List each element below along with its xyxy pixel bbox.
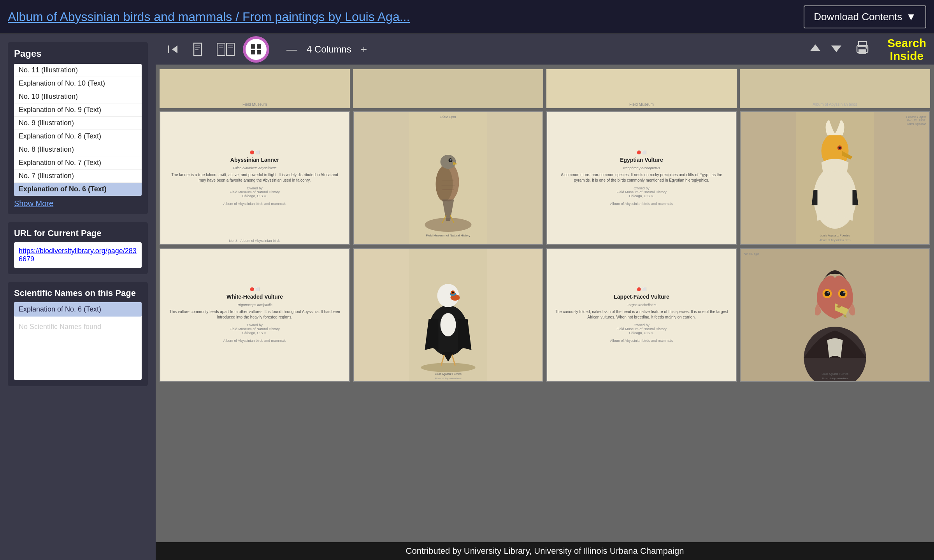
page-list-item[interactable]: Explanation of No. 10 (Text) — [14, 77, 142, 90]
page-thumb-label: Field Museum — [242, 102, 267, 107]
decrease-columns-button[interactable]: — — [282, 42, 302, 57]
download-button[interactable]: Download Contents ▼ — [804, 5, 926, 28]
columns-control: — 4 Columns + — [282, 42, 372, 57]
first-page-button[interactable] — [163, 40, 182, 59]
grid-cell[interactable]: 🔴 ⬜ Lappet-Faced Vulture Torgos tracheli… — [546, 248, 737, 382]
grid-view-button[interactable] — [244, 38, 268, 61]
grid-cell[interactable]: 🔴 ⬜ White-Headed Vulture Trigonoceps occ… — [160, 248, 350, 382]
page-top-label: 🔴 ⬜ — [250, 150, 260, 154]
download-label: Download Contents — [814, 11, 902, 23]
page-thumbnail: 🔴 ⬜ Lappet-Faced Vulture Torgos tracheli… — [547, 249, 736, 381]
svg-rect-13 — [257, 44, 261, 49]
page-list-item[interactable]: Explanation of No. 9 (Text) — [14, 103, 142, 117]
grid-cell[interactable]: Album of Abyssinian birds — [740, 69, 930, 108]
page-list-item[interactable]: No. 11 (Illustration) — [14, 64, 142, 77]
page-list-item[interactable]: Explanation of No. 6 (Text) — [14, 183, 142, 196]
page-thumbnail: 🔴 ⬜ Abyssinian Lanner Falco biarmicus ab… — [160, 112, 349, 244]
page-body-thumb: The lanner is a true falcon, swift, acti… — [168, 172, 341, 183]
page-list-item[interactable]: No. 10 (Illustration) — [14, 90, 142, 103]
svg-point-25 — [436, 166, 453, 201]
page-thumbnail: No 46, age — [741, 249, 929, 381]
page-list-item[interactable]: No. 7 (Illustration) — [14, 170, 142, 183]
single-page-button[interactable] — [188, 39, 207, 60]
svg-point-49 — [452, 292, 454, 294]
print-button[interactable] — [851, 37, 873, 62]
grid-cell[interactable]: No 46, age — [740, 248, 930, 382]
bird-illustration-svg: Louis Agassiz Fuertes Album of Abyssinia… — [741, 112, 929, 244]
svg-point-61 — [840, 291, 846, 296]
svg-text:Louis Agassiz Fuertes: Louis Agassiz Fuertes — [435, 373, 462, 376]
svg-rect-6 — [217, 43, 225, 56]
page-footer-thumb: Owned byField Museum of Natural HistoryC… — [610, 323, 673, 343]
pages-list: No. 11 (Illustration)Explanation of No. … — [14, 64, 142, 196]
page-label: No. 8 - Album of Abyssinian birds — [229, 239, 280, 243]
grid-cell[interactable]: Field Museum — [160, 69, 350, 108]
grid-cell[interactable]: Pilocha PeglerFeb 22, 1903Louis Agassiz — [740, 111, 930, 245]
page-thumb-label: Album of Abyssinian birds — [813, 102, 857, 107]
page-title-thumb: Egyptian Vulture — [620, 157, 663, 163]
increase-columns-button[interactable]: + — [356, 42, 372, 57]
svg-rect-14 — [251, 50, 255, 54]
svg-marker-1 — [172, 46, 177, 53]
page-thumbnail: 🔴 ⬜ White-Headed Vulture Trigonoceps occ… — [160, 249, 349, 381]
page-subtitle-thumb: Torgos tracheliotus — [627, 303, 657, 307]
page-footer-thumb: Owned byField Museum of Natural HistoryC… — [223, 186, 286, 206]
page-body-thumb: A common more-than-common species. It ne… — [555, 172, 728, 183]
svg-marker-17 — [831, 46, 841, 52]
grid-icon — [250, 43, 262, 56]
sidebar: Pages No. 11 (Illustration)Explanation o… — [0, 34, 156, 560]
main-layout: Pages No. 11 (Illustration)Explanation o… — [0, 34, 934, 560]
page-list-item[interactable]: No. 8 (Illustration) — [14, 143, 142, 156]
page-body-thumb: The curiously folded, naked skin of the … — [555, 309, 728, 320]
double-page-button[interactable] — [213, 39, 238, 60]
attribution-text: Contributed by University Library, Unive… — [406, 546, 684, 556]
handwritten-note: Plate 6pm — [440, 115, 456, 119]
navigate-down-button[interactable] — [827, 39, 845, 60]
scientific-names-section: Scientific Names on this Page Explanatio… — [8, 282, 148, 386]
svg-text:Louis Agassiz Fuertes: Louis Agassiz Fuertes — [822, 373, 848, 376]
svg-rect-2 — [194, 43, 202, 56]
current-page-url[interactable]: https://biodiversitylibrary.org/page/283… — [14, 242, 142, 268]
svg-point-58 — [825, 291, 830, 296]
grid-cell[interactable]: Plate 6pm — [353, 111, 543, 245]
page-title-thumb: Abyssinian Lanner — [230, 157, 279, 163]
page-list-item[interactable]: No. 9 (Illustration) — [14, 117, 142, 130]
svg-rect-12 — [251, 44, 255, 49]
grid-area: Field Museum Field Museum Album of Abyss… — [156, 65, 934, 542]
svg-rect-7 — [226, 43, 234, 56]
page-list-item[interactable]: Explanation of No. 8 (Text) — [14, 130, 142, 143]
svg-point-28 — [450, 159, 452, 161]
handwritten-note: Pilocha PeglerFeb 22, 1903Louis Agassiz — [906, 115, 926, 126]
page-title-thumb: White-Headed Vulture — [226, 294, 283, 300]
page-body-thumb: This vulture commonly feeds apart from o… — [168, 309, 341, 320]
grid-row-2: 🔴 ⬜ White-Headed Vulture Trigonoceps occ… — [160, 248, 930, 382]
page-title[interactable]: Album of Abyssinian birds and mammals / … — [8, 10, 410, 24]
up-arrow-icon — [809, 42, 821, 54]
show-more-button[interactable]: Show More — [14, 199, 53, 208]
single-page-icon — [191, 42, 204, 56]
page-thumbnail: 🔴 ⬜ Egyptian Vulture Neophron percnopter… — [547, 112, 736, 244]
svg-point-21 — [866, 47, 867, 49]
download-arrow-icon: ▼ — [906, 11, 916, 23]
url-section: URL for Current Page https://biodiversit… — [8, 222, 148, 274]
page-subtitle-thumb: Neophron percnopterus — [623, 166, 660, 170]
page-top-label: 🔴 ⬜ — [637, 287, 646, 291]
print-icon — [855, 40, 870, 56]
grid-cell[interactable]: 🔴 ⬜ Egyptian Vulture Neophron percnopter… — [546, 111, 737, 245]
svg-point-39 — [839, 147, 841, 149]
grid-cell[interactable]: Louis Agassiz Fuertes Album of Abyssinia… — [353, 248, 543, 382]
bird-illustration-svg: Field Museum of Natural History — [354, 112, 542, 244]
first-page-icon — [167, 43, 179, 56]
footer-attribution: Contributed by University Library, Unive… — [156, 542, 934, 560]
grid-cell[interactable]: 🔴 ⬜ Abyssinian Lanner Falco biarmicus ab… — [160, 111, 350, 245]
svg-text:Album of Abyssinian birds: Album of Abyssinian birds — [435, 377, 462, 380]
search-inside-button[interactable]: Search Inside — [887, 37, 926, 62]
navigate-up-button[interactable] — [806, 39, 824, 60]
sci-names-empty-label: No Scientific Names found — [14, 320, 142, 334]
svg-text:Louis Agassiz Fuertes: Louis Agassiz Fuertes — [820, 234, 850, 237]
grid-cell[interactable]: Field Museum — [546, 69, 737, 108]
page-list-item[interactable]: Explanation of No. 7 (Text) — [14, 156, 142, 170]
grid-row-1: 🔴 ⬜ Abyssinian Lanner Falco biarmicus ab… — [160, 111, 930, 245]
grid-cell[interactable] — [353, 69, 543, 108]
scientific-names-title: Scientific Names on this Page — [14, 288, 142, 298]
